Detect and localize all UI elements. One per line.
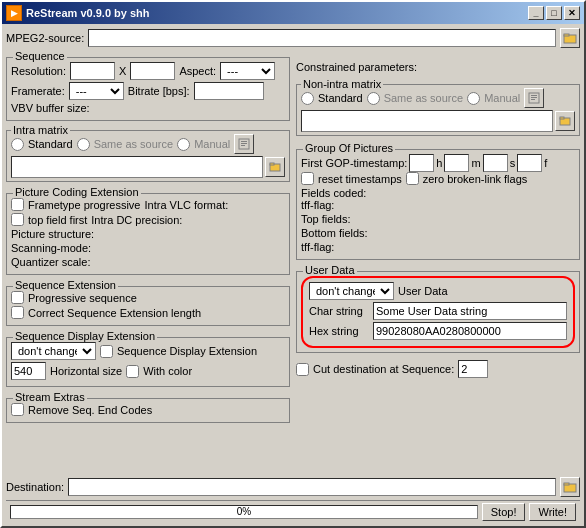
intra-manual-radio[interactable]	[177, 138, 190, 151]
gop-f-input[interactable]	[517, 154, 542, 172]
nonintra-standard-label: Standard	[318, 92, 363, 104]
gop-h-label: h	[436, 157, 442, 169]
gop-m-input[interactable]	[444, 154, 469, 172]
correct-row: Correct Sequence Extension length	[11, 306, 285, 319]
resolution-height-input[interactable]	[130, 62, 175, 80]
scanning-label: Scanning-mode:	[11, 242, 91, 254]
source-row: MPEG2-source:	[6, 28, 580, 48]
intra-standard-label: Standard	[28, 138, 73, 150]
nonintra-browse-button[interactable]	[555, 111, 575, 131]
gop-s-label: s	[510, 157, 516, 169]
top-field-checkbox[interactable]	[11, 213, 24, 226]
sequence-display-group: Sequence Display Extension don't change …	[6, 337, 290, 387]
folder-small-icon	[269, 161, 281, 173]
nonintra-folder-icon	[559, 115, 571, 127]
bitrate-input[interactable]	[194, 82, 264, 100]
close-button[interactable]: ✕	[564, 6, 580, 20]
source-label: MPEG2-source:	[6, 32, 84, 44]
cut-destination-checkbox[interactable]	[296, 363, 309, 376]
intra-matrix-radio-row: Standard Same as source Manual	[11, 134, 285, 154]
intra-load-button[interactable]	[234, 134, 254, 154]
sequence-extension-title: Sequence Extension	[13, 279, 118, 291]
titlebar-buttons: _ □ ✕	[528, 6, 580, 20]
cut-destination-label: Cut destination at Sequence:	[313, 363, 454, 375]
svg-rect-9	[531, 95, 537, 96]
progressive-label: Progressive sequence	[28, 292, 137, 304]
intra-standard-radio[interactable]	[11, 138, 24, 151]
intra-same-label: Same as source	[94, 138, 173, 150]
destination-input[interactable]	[68, 478, 556, 496]
bottom-fields-label: Bottom fields:	[301, 227, 368, 239]
progress-bar: 0%	[10, 505, 478, 519]
gop-h-input[interactable]	[409, 154, 434, 172]
tff-label2: tff-flag:	[301, 241, 334, 253]
seq-display-row2: Horizontal size With color	[11, 362, 285, 380]
reset-timestamps-checkbox[interactable]	[301, 172, 314, 185]
write-button[interactable]: Write!	[529, 503, 576, 521]
gop-m-label: m	[471, 157, 480, 169]
remove-seq-label: Remove Seq. End Codes	[28, 404, 152, 416]
gop-timestamp-row: First GOP-timestamp: h m s f	[301, 154, 575, 172]
with-color-checkbox[interactable]	[126, 365, 139, 378]
framerate-select[interactable]: ---	[69, 82, 124, 100]
load-icon	[238, 138, 250, 150]
hex-string-input[interactable]	[373, 322, 567, 340]
non-intra-matrix-input[interactable]	[301, 110, 553, 132]
gop-title: Group Of Pictures	[303, 142, 395, 154]
intra-matrix-input-row	[11, 156, 285, 178]
resolution-width-input[interactable]	[70, 62, 115, 80]
gop-timestamp-label: First GOP-timestamp:	[301, 157, 407, 169]
nonintra-standard-radio[interactable]	[301, 92, 314, 105]
svg-rect-15	[564, 483, 569, 485]
stop-button[interactable]: Stop!	[482, 503, 526, 521]
seq-display-select[interactable]: don't change	[11, 342, 96, 360]
destination-browse-button[interactable]	[560, 477, 580, 497]
svg-rect-13	[560, 117, 564, 119]
status-bar: 0% Stop! Write!	[6, 500, 580, 522]
sequence-extension-group: Sequence Extension Progressive sequence …	[6, 286, 290, 326]
svg-rect-10	[531, 97, 537, 98]
constrained-row: Constrained parameters:	[296, 61, 580, 73]
gop-s-input[interactable]	[483, 154, 508, 172]
source-browse-button[interactable]	[560, 28, 580, 48]
char-string-row: Char string	[309, 302, 567, 320]
non-intra-matrix-title: Non-intra matrix	[301, 78, 383, 90]
picture-coding-title: Picture Coding Extension	[13, 186, 141, 198]
aspect-select[interactable]: ---	[220, 62, 275, 80]
content-area: MPEG2-source: Sequence Resolution:	[2, 24, 584, 526]
maximize-button[interactable]: □	[546, 6, 562, 20]
remove-seq-checkbox[interactable]	[11, 403, 24, 416]
framerate-row: Framerate: --- Bitrate [bps]:	[11, 82, 285, 100]
intra-browse-button[interactable]	[265, 157, 285, 177]
nonintra-load-button[interactable]	[524, 88, 544, 108]
horizontal-size-input[interactable]	[11, 362, 46, 380]
zero-broken-checkbox[interactable]	[406, 172, 419, 185]
titlebar: ▶ ReStream v0.9.0 by shh _ □ ✕	[2, 2, 584, 24]
main-window: ▶ ReStream v0.9.0 by shh _ □ ✕ MPEG2-sou…	[0, 0, 586, 528]
user-data-highlight: don't change insert remove User Data Cha…	[301, 276, 575, 348]
intra-same-radio[interactable]	[77, 138, 90, 151]
nonintra-same-radio[interactable]	[367, 92, 380, 105]
intra-dc-label: Intra DC precision:	[91, 214, 182, 226]
structure-label: Picture structure:	[11, 228, 94, 240]
top-field-label: top field first	[28, 214, 87, 226]
constrained-label: Constrained parameters:	[296, 61, 417, 73]
progressive-row: Progressive sequence	[11, 291, 285, 304]
char-string-input[interactable]	[373, 302, 567, 320]
nonintra-manual-radio[interactable]	[467, 92, 480, 105]
top-field-row: top field first Intra DC precision:	[11, 213, 285, 226]
folder-icon	[563, 31, 577, 45]
progressive-checkbox[interactable]	[11, 291, 24, 304]
source-input[interactable]	[88, 29, 556, 47]
cut-destination-input[interactable]	[458, 360, 488, 378]
minimize-button[interactable]: _	[528, 6, 544, 20]
user-data-select[interactable]: don't change insert remove	[309, 282, 394, 300]
frametype-checkbox[interactable]	[11, 198, 24, 211]
picture-coding-group: Picture Coding Extension Frametype progr…	[6, 193, 290, 275]
non-intra-matrix-group: Non-intra matrix Standard Same as source…	[296, 84, 580, 136]
nonintra-manual-label: Manual	[484, 92, 520, 104]
intra-matrix-input[interactable]	[11, 156, 263, 178]
correct-checkbox[interactable]	[11, 306, 24, 319]
seq-display-checkbox[interactable]	[100, 345, 113, 358]
svg-rect-5	[241, 145, 245, 146]
